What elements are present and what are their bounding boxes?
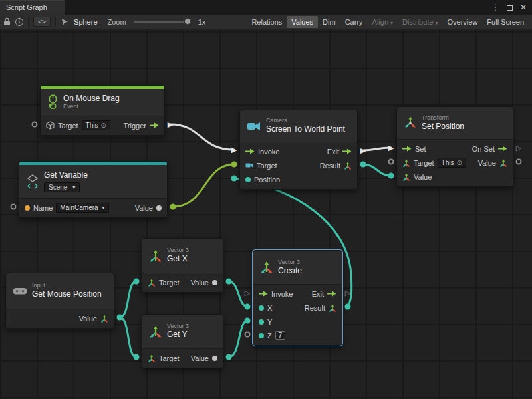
wire-result-to-value[interactable] bbox=[363, 164, 391, 176]
node-header: Transform Set Position bbox=[397, 107, 513, 139]
exit-port-label: Exit bbox=[327, 148, 339, 156]
connector-create-y[interactable] bbox=[245, 318, 251, 324]
lock-icon[interactable] bbox=[3, 17, 11, 26]
connector-setposition-value-in[interactable] bbox=[388, 173, 394, 179]
connector-setposition-target[interactable] bbox=[388, 159, 394, 165]
connector-gety-value[interactable] bbox=[226, 354, 232, 360]
connector-getvariable-value[interactable] bbox=[170, 204, 176, 210]
carry-button[interactable]: Carry bbox=[340, 16, 368, 28]
node-set-position[interactable]: Transform Set Position Set On Set bbox=[396, 106, 513, 187]
flow-arrow-icon bbox=[259, 291, 268, 297]
connector-getx-value[interactable] bbox=[226, 279, 232, 285]
toolbar-separator bbox=[28, 17, 29, 27]
connector-stw-result[interactable] bbox=[360, 162, 366, 168]
node-ports: Name MainCamera▾ Value bbox=[19, 198, 167, 217]
vector3-icon bbox=[260, 261, 273, 274]
connector-gety-target[interactable] bbox=[134, 354, 140, 360]
wire-variable-to-target[interactable] bbox=[173, 164, 234, 207]
wire-mouse-to-getx[interactable] bbox=[120, 281, 136, 317]
distribute-button[interactable]: Distribute▾ bbox=[398, 16, 442, 28]
code-preview-button[interactable]: <> bbox=[33, 17, 51, 27]
variable-name-field[interactable]: MainCamera▾ bbox=[56, 203, 108, 213]
graph-canvas[interactable]: On Mouse Drag Event Target This⊙ Trigger bbox=[0, 29, 532, 399]
object-picker-icon[interactable]: ⊙ bbox=[456, 160, 462, 166]
fullscreen-button[interactable]: Full Screen bbox=[482, 16, 529, 28]
value-port-icon bbox=[156, 205, 162, 211]
transform-icon bbox=[404, 116, 417, 130]
this-object-chip[interactable]: This⊙ bbox=[82, 120, 110, 130]
z-value-field[interactable]: 7 bbox=[275, 331, 285, 340]
value-port-label: Value bbox=[79, 315, 97, 323]
flow-arrow-icon bbox=[150, 122, 159, 128]
connector-create-result[interactable] bbox=[345, 304, 351, 310]
vector3-port-icon bbox=[100, 315, 108, 323]
connector-getx-target[interactable] bbox=[134, 279, 140, 285]
connector-setposition-onset[interactable]: ▷ bbox=[516, 144, 521, 152]
dim-button[interactable]: Dim bbox=[318, 16, 340, 28]
connector-create-exit[interactable]: ▷ bbox=[345, 289, 350, 297]
node-get-variable[interactable]: Get Variable Scene▾ Name MainCamera▾ Val… bbox=[19, 161, 168, 218]
gamepad-icon bbox=[13, 287, 27, 295]
connector-stw-position[interactable] bbox=[231, 176, 237, 182]
object-picker-icon[interactable]: ⊙ bbox=[100, 122, 106, 129]
connector-getmouseposition-value[interactable] bbox=[117, 315, 123, 321]
values-button[interactable]: Values bbox=[287, 16, 318, 28]
node-get-y[interactable]: Vector 3 Get Y Target Value bbox=[142, 314, 223, 368]
tab-script-graph[interactable]: Script Graph bbox=[0, 0, 65, 15]
node-screen-to-world-point[interactable]: Camera Screen To World Point Invoke Exit bbox=[239, 110, 358, 190]
node-on-mouse-drag[interactable]: On Mouse Drag Event Target This⊙ Trigger bbox=[40, 85, 165, 136]
connector-stw-invoke[interactable]: ▶ bbox=[231, 146, 237, 154]
value-port-label: Value bbox=[135, 204, 153, 212]
overview-button[interactable]: Overview bbox=[443, 16, 483, 28]
zoom-slider[interactable] bbox=[134, 21, 191, 23]
zoom-slider-handle[interactable] bbox=[184, 18, 191, 25]
value-out-port-label: Value bbox=[478, 159, 496, 167]
wire-trigger-to-invoke[interactable] bbox=[170, 124, 234, 150]
relations-button[interactable]: Relations bbox=[247, 16, 287, 28]
camera-type-icon bbox=[245, 162, 253, 168]
on-set-port-label: On Set bbox=[472, 145, 495, 153]
exit-port-label: Exit bbox=[312, 290, 324, 298]
chevron-down-icon: ▾ bbox=[102, 205, 105, 211]
connector-stw-target[interactable] bbox=[231, 162, 237, 168]
node-vector3-create[interactable]: Vector 3 Create Invoke Exit bbox=[253, 250, 342, 346]
connector-create-z[interactable] bbox=[245, 332, 251, 338]
mouse-drag-icon bbox=[47, 94, 59, 110]
value-port-label: Value bbox=[191, 279, 209, 287]
connector-getvariable-name[interactable] bbox=[11, 204, 17, 210]
node-type-label: Input bbox=[32, 283, 102, 289]
wire-exit-to-set[interactable] bbox=[363, 148, 391, 150]
kebab-menu-icon[interactable]: ⋮ bbox=[491, 3, 499, 11]
graph-pointer-icon bbox=[61, 18, 69, 26]
graph-context-label[interactable]: Sphere bbox=[74, 18, 97, 26]
connector-onmousedrag-trigger[interactable]: ▶ bbox=[168, 121, 173, 128]
connector-onmousedrag-target[interactable] bbox=[32, 122, 38, 128]
vector3-port-icon bbox=[402, 159, 410, 167]
target-port-label: Target bbox=[58, 122, 78, 130]
wire-mouse-to-gety[interactable] bbox=[120, 317, 136, 357]
node-get-mouse-position[interactable]: Input Get Mouse Position Value bbox=[5, 273, 114, 329]
node-title: On Mouse Drag bbox=[63, 94, 120, 104]
result-port-label: Result bbox=[305, 304, 325, 312]
node-header: On Mouse Drag Event bbox=[41, 89, 164, 116]
connector-setposition-value-out[interactable] bbox=[516, 159, 522, 165]
info-icon[interactable]: i bbox=[15, 18, 23, 26]
variable-scope-dropdown[interactable]: Scene▾ bbox=[44, 182, 80, 192]
y-port-label: Y bbox=[267, 318, 272, 326]
this-object-chip[interactable]: This⊙ bbox=[438, 158, 466, 168]
close-icon[interactable]: ✕ bbox=[520, 3, 527, 11]
node-title: Set Position bbox=[422, 122, 464, 132]
connector-setposition-set[interactable]: ▶ bbox=[388, 144, 394, 152]
chevron-down-icon: ▾ bbox=[436, 20, 438, 26]
chevron-down-icon: ▾ bbox=[390, 20, 393, 26]
align-button[interactable]: Align▾ bbox=[368, 16, 398, 28]
node-get-x[interactable]: Vector 3 Get X Target Value bbox=[142, 238, 223, 293]
node-header: Camera Screen To World Point bbox=[240, 110, 357, 142]
wire-gety-to-y[interactable] bbox=[229, 321, 247, 357]
connector-create-x[interactable] bbox=[245, 304, 251, 310]
position-port-label: Position bbox=[254, 176, 280, 184]
maximize-icon[interactable] bbox=[507, 5, 513, 11]
connector-create-invoke[interactable]: ▷ bbox=[245, 289, 250, 297]
connector-stw-exit[interactable]: ▶ bbox=[360, 147, 366, 154]
vector3-port-icon bbox=[499, 159, 507, 167]
